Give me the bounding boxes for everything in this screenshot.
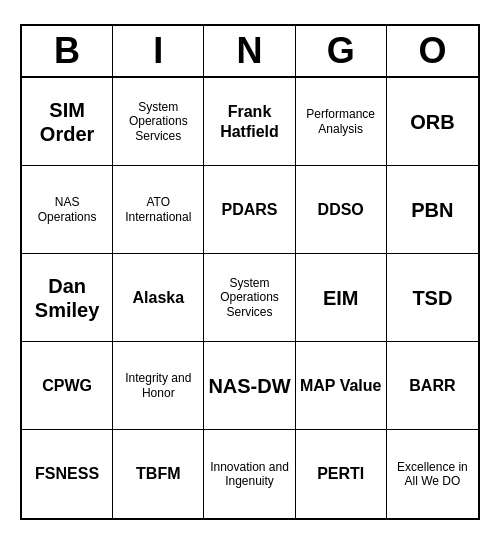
header-o: O [387, 26, 478, 76]
bingo-cell[interactable]: TBFM [113, 430, 204, 518]
bingo-cell[interactable]: System Operations Services [113, 78, 204, 166]
bingo-cell[interactable]: Integrity and Honor [113, 342, 204, 430]
bingo-cell[interactable]: System Operations Services [204, 254, 295, 342]
bingo-cell[interactable]: FSNESS [22, 430, 113, 518]
header-n: N [204, 26, 295, 76]
bingo-cell[interactable]: NAS Operations [22, 166, 113, 254]
bingo-cell[interactable]: PBN [387, 166, 478, 254]
bingo-cell[interactable]: ORB [387, 78, 478, 166]
bingo-cell[interactable]: NAS-DW [204, 342, 295, 430]
bingo-cell[interactable]: Excellence in All We DO [387, 430, 478, 518]
bingo-header: B I N G O [22, 26, 478, 78]
bingo-cell[interactable]: Dan Smiley [22, 254, 113, 342]
bingo-cell[interactable]: CPWG [22, 342, 113, 430]
bingo-card: B I N G O SIM OrderSystem Operations Ser… [20, 24, 480, 520]
bingo-cell[interactable]: MAP Value [296, 342, 387, 430]
header-i: I [113, 26, 204, 76]
bingo-cell[interactable]: EIM [296, 254, 387, 342]
header-b: B [22, 26, 113, 76]
bingo-cell[interactable]: Frank Hatfield [204, 78, 295, 166]
bingo-cell[interactable]: Performance Analysis [296, 78, 387, 166]
bingo-cell[interactable]: PDARS [204, 166, 295, 254]
bingo-cell[interactable]: Innovation and Ingenuity [204, 430, 295, 518]
bingo-grid: SIM OrderSystem Operations ServicesFrank… [22, 78, 478, 518]
bingo-cell[interactable]: BARR [387, 342, 478, 430]
bingo-cell[interactable]: SIM Order [22, 78, 113, 166]
bingo-cell[interactable]: PERTI [296, 430, 387, 518]
bingo-cell[interactable]: TSD [387, 254, 478, 342]
bingo-cell[interactable]: Alaska [113, 254, 204, 342]
bingo-cell[interactable]: ATO International [113, 166, 204, 254]
bingo-cell[interactable]: DDSO [296, 166, 387, 254]
header-g: G [296, 26, 387, 76]
